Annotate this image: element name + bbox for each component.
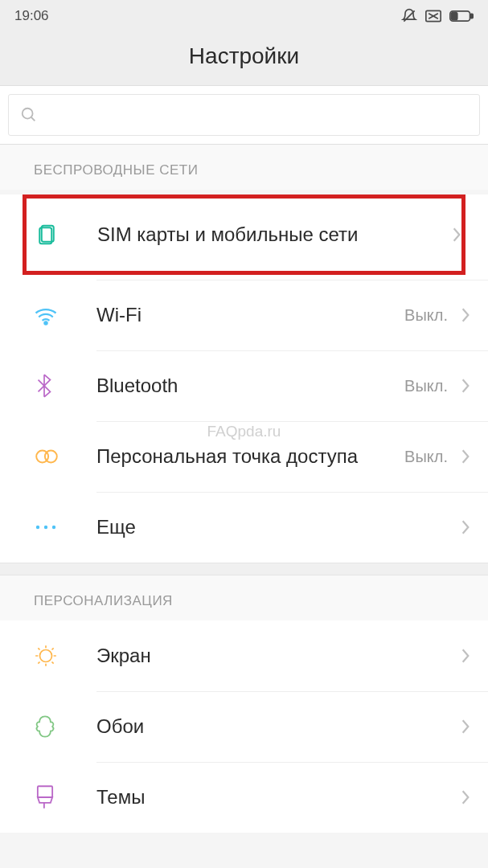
list-personalization: Экран Обои Темы <box>0 620 488 833</box>
item-wallpaper[interactable]: Обои <box>0 691 488 762</box>
status-icons <box>401 8 474 24</box>
chevron-right-icon <box>461 519 470 535</box>
item-hotspot[interactable]: Персональная точка доступа Выкл. <box>0 421 488 492</box>
item-more[interactable]: Еще <box>0 492 488 563</box>
brush-icon <box>34 784 69 810</box>
svg-line-8 <box>31 117 35 121</box>
section-header-personalization: ПЕРСОНАЛИЗАЦИЯ <box>0 575 488 620</box>
chevron-right-icon <box>452 227 461 243</box>
svg-point-7 <box>23 108 33 119</box>
search-icon <box>20 106 38 124</box>
mute-icon <box>401 8 417 24</box>
svg-point-11 <box>44 321 47 324</box>
svg-rect-6 <box>452 13 457 20</box>
svg-point-13 <box>45 451 57 463</box>
sim-icon <box>35 223 70 247</box>
chevron-right-icon <box>461 307 470 323</box>
item-wifi[interactable]: Wi-Fi Выкл. <box>0 280 488 350</box>
page-header: Настройки <box>0 32 488 85</box>
hotspot-icon <box>34 446 69 467</box>
item-label: Bluetooth <box>69 373 404 398</box>
item-label: Обои <box>69 714 461 739</box>
svg-rect-18 <box>38 786 52 797</box>
page-title: Настройки <box>0 43 488 69</box>
svg-rect-5 <box>470 14 473 18</box>
svg-point-16 <box>52 526 55 529</box>
svg-point-15 <box>44 526 47 529</box>
section-divider <box>0 563 488 575</box>
battery-icon <box>449 10 474 23</box>
sun-icon <box>34 644 69 668</box>
status-bar: 19:06 <box>0 0 488 32</box>
chevron-right-icon <box>461 648 470 664</box>
svg-point-14 <box>36 526 39 529</box>
search-wrapper <box>0 85 488 145</box>
chevron-right-icon <box>461 448 470 465</box>
item-label: Wi-Fi <box>69 302 404 327</box>
search-input[interactable] <box>8 94 480 136</box>
flower-icon <box>34 714 69 739</box>
bluetooth-icon <box>34 373 69 399</box>
item-label: Экран <box>69 643 461 668</box>
section-header-wireless: БЕСПРОВОДНЫЕ СЕТИ <box>0 145 488 190</box>
item-label: Еще <box>69 514 461 539</box>
item-label: SIM карты и мобильные сети <box>70 222 452 247</box>
chevron-right-icon <box>461 378 470 394</box>
item-label: Персональная точка доступа <box>69 444 404 469</box>
list-wireless: SIM карты и мобильные сети Wi-Fi Выкл. B… <box>0 194 488 563</box>
signal-icon <box>425 10 441 23</box>
item-label: Темы <box>69 784 461 809</box>
wifi-icon <box>34 305 69 326</box>
item-display[interactable]: Экран <box>0 620 488 691</box>
item-status: Выкл. <box>404 377 448 395</box>
item-themes[interactable]: Темы <box>0 762 488 833</box>
item-sim-cards[interactable]: SIM карты и мобильные сети <box>23 194 465 275</box>
chevron-right-icon <box>461 719 470 735</box>
more-icon <box>34 524 69 530</box>
item-status: Выкл. <box>404 448 448 466</box>
chevron-right-icon <box>461 789 470 805</box>
item-bluetooth[interactable]: Bluetooth Выкл. <box>0 350 488 421</box>
svg-point-17 <box>40 650 52 662</box>
item-status: Выкл. <box>404 306 448 325</box>
status-time: 19:06 <box>14 8 49 24</box>
